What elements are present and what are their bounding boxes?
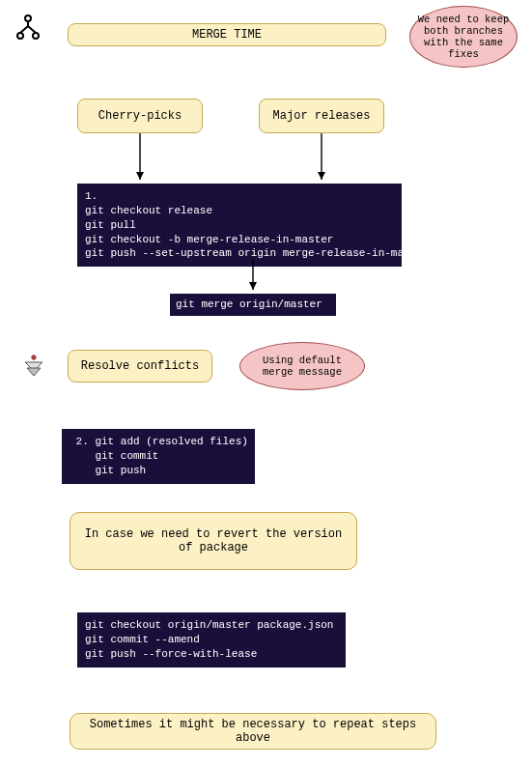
note-keep-branches-text: We need to keep both branches with the s… [416, 14, 511, 60]
source-cherry-picks-text: Cherry-picks [98, 109, 182, 123]
note-default-merge-message: Using default merge message [239, 342, 365, 390]
revert-note: In case we need to revert the version of… [70, 512, 357, 570]
page-title: MERGE TIME [68, 23, 386, 46]
source-major-releases: Major releases [259, 99, 384, 133]
resolve-conflicts: Resolve conflicts [68, 350, 212, 383]
down-arrow-icon [21, 354, 46, 383]
revert-note-text: In case we need to revert the version of… [78, 527, 349, 554]
note-default-merge-message-text: Using default merge message [246, 355, 358, 378]
repeat-note-text: Sometimes it might be necessary to repea… [78, 718, 428, 745]
resolve-conflicts-text: Resolve conflicts [81, 359, 199, 373]
source-cherry-picks: Cherry-picks [77, 99, 203, 133]
code-block-merge: git merge origin/master [170, 294, 336, 316]
code-block-revert: git checkout origin/master package.json … [77, 612, 346, 668]
svg-point-1 [17, 33, 23, 39]
svg-point-2 [33, 33, 39, 39]
note-keep-branches: We need to keep both branches with the s… [409, 6, 518, 68]
source-major-releases-text: Major releases [273, 109, 371, 123]
svg-point-3 [32, 355, 36, 359]
code-block-commit: 2. git add (resolved files) git commit g… [62, 429, 255, 484]
svg-point-0 [25, 15, 31, 21]
branch-icon [14, 14, 42, 43]
code-block-checkout: 1. git checkout release git pull git che… [77, 184, 402, 267]
page-title-text: MERGE TIME [192, 28, 262, 42]
repeat-note: Sometimes it might be necessary to repea… [70, 713, 436, 750]
